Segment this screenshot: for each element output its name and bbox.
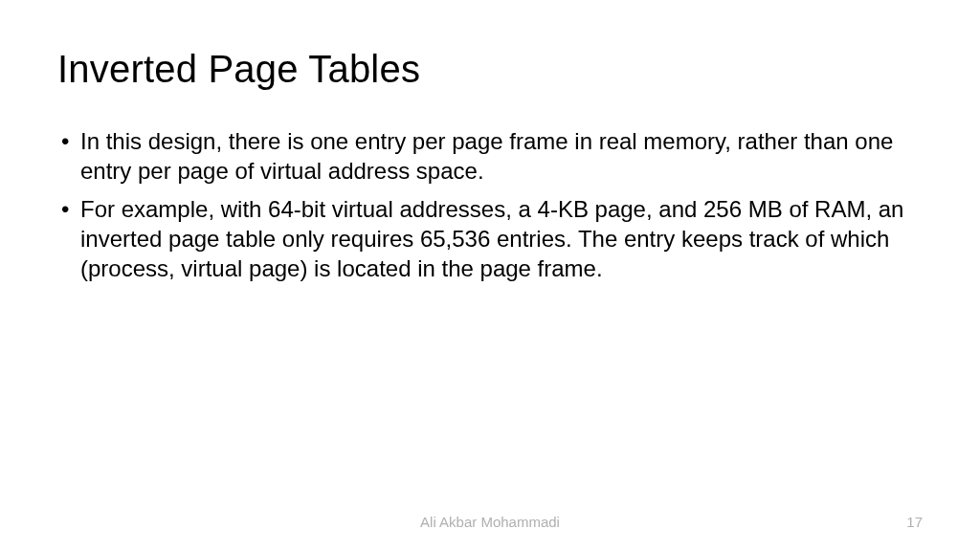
bullet-item: For example, with 64-bit virtual address… bbox=[57, 195, 923, 283]
footer-page-number: 17 bbox=[906, 514, 923, 530]
slide-footer: Ali Akbar Mohammadi 17 bbox=[0, 514, 980, 530]
bullet-item: In this design, there is one entry per p… bbox=[57, 127, 923, 186]
slide: Inverted Page Tables In this design, the… bbox=[0, 0, 980, 551]
bullet-list: In this design, there is one entry per p… bbox=[57, 127, 923, 284]
slide-title: Inverted Page Tables bbox=[57, 48, 923, 91]
footer-author: Ali Akbar Mohammadi bbox=[420, 514, 560, 530]
